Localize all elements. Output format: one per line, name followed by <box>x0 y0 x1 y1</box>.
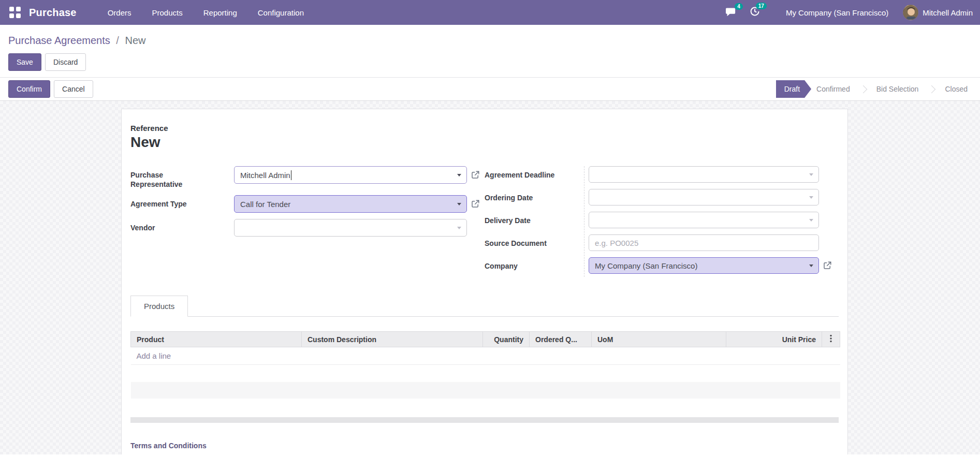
menu-configuration[interactable]: Configuration <box>247 0 314 25</box>
apps-menu-icon[interactable] <box>9 7 21 18</box>
app-name[interactable]: Purchase <box>29 7 77 19</box>
dropdown-caret-icon[interactable] <box>809 264 813 267</box>
top-navbar: Purchase Orders Products Reporting Confi… <box>0 0 980 25</box>
kebab-dots-icon <box>830 334 832 343</box>
breadcrumb-current: New <box>125 35 145 46</box>
agreement-deadline-input[interactable] <box>589 166 819 183</box>
menu-orders[interactable]: Orders <box>97 0 142 25</box>
optional-columns-button[interactable] <box>822 332 840 347</box>
left-field-group: Purchase Representative Mitchell Admin <box>130 166 485 280</box>
col-uom[interactable]: UoM <box>592 332 726 347</box>
dropdown-caret-icon[interactable] <box>457 227 461 229</box>
cancel-button[interactable]: Cancel <box>54 80 93 98</box>
col-custom-description[interactable]: Custom Description <box>302 332 483 347</box>
activities-count-badge: 17 <box>756 3 767 9</box>
dropdown-caret-icon[interactable] <box>809 173 813 176</box>
breadcrumb: Purchase Agreements / New <box>0 25 980 47</box>
products-table: Product Custom Description Quantity Orde… <box>130 331 840 417</box>
empty-row <box>131 365 840 382</box>
activities-button[interactable]: 17 <box>750 6 760 19</box>
messages-icon <box>725 7 736 19</box>
dropdown-caret-icon[interactable] <box>457 174 461 176</box>
add-line-row: Add a line <box>131 347 840 365</box>
field-row-agreement-type: Agreement Type Call for Tender <box>130 195 485 213</box>
messages-count-badge: 4 <box>735 3 743 10</box>
notebook-tabs: Products <box>130 296 839 317</box>
text-cursor <box>291 170 291 180</box>
reference-value[interactable]: New <box>130 134 839 151</box>
chevron-separator-icon <box>859 85 867 93</box>
user-avatar[interactable] <box>903 5 918 20</box>
source-document-input[interactable] <box>595 239 813 247</box>
field-row-company: Company My Company (San Francisco) <box>485 257 839 274</box>
reference-label: Reference <box>130 124 839 133</box>
form-sheet: Reference New Purchase Representative Mi… <box>121 109 848 454</box>
discard-button[interactable]: Discard <box>45 53 86 71</box>
control-panel-buttons: Save Discard <box>0 47 980 77</box>
field-row-vendor: Vendor <box>130 219 485 237</box>
purchase-representative-input[interactable]: Mitchell Admin <box>234 166 467 184</box>
field-row-source-document: Source Document <box>485 234 839 251</box>
dropdown-caret-icon[interactable] <box>809 196 813 199</box>
external-link-icon[interactable] <box>471 199 480 209</box>
form-statusbar: Confirm Cancel Draft Confirmed Bid Selec… <box>0 77 980 101</box>
main-menu: Orders Products Reporting Configuration <box>97 0 314 25</box>
add-a-line-link[interactable]: Add a line <box>137 351 171 360</box>
field-row-delivery-date: Delivery Date <box>485 212 839 228</box>
state-confirmed[interactable]: Confirmed <box>816 85 850 93</box>
empty-row <box>131 399 840 417</box>
external-link-icon[interactable] <box>823 261 832 270</box>
agreement-type-input[interactable]: Call for Tender <box>234 195 467 213</box>
save-button[interactable]: Save <box>8 53 41 71</box>
ordering-date-label: Ordering Date <box>485 189 584 202</box>
terms-and-conditions-label: Terms and Conditions <box>130 442 839 450</box>
tab-products[interactable]: Products <box>130 296 188 317</box>
field-row-ordering-date: Ordering Date <box>485 189 839 205</box>
right-field-group: Agreement Deadline Ordering Date <box>485 166 839 280</box>
state-draft[interactable]: Draft <box>776 80 811 98</box>
menu-products[interactable]: Products <box>142 0 193 25</box>
terms-text-area[interactable] <box>130 450 839 455</box>
purchase-representative-label: Purchase Representative <box>130 166 234 189</box>
form-view-background: Reference New Purchase Representative Mi… <box>0 101 980 454</box>
menu-reporting[interactable]: Reporting <box>193 0 247 25</box>
products-table-header: Product Custom Description Quantity Orde… <box>131 332 840 347</box>
source-document-input-box[interactable] <box>589 234 819 251</box>
agreement-deadline-label: Agreement Deadline <box>485 166 584 180</box>
field-row-purchase-representative: Purchase Representative Mitchell Admin <box>130 166 485 189</box>
delivery-date-label: Delivery Date <box>485 212 584 225</box>
vendor-input[interactable] <box>234 219 467 237</box>
breadcrumb-parent-link[interactable]: Purchase Agreements <box>8 35 110 46</box>
source-document-label: Source Document <box>485 234 584 248</box>
field-row-agreement-deadline: Agreement Deadline <box>485 166 839 183</box>
ordering-date-input[interactable] <box>589 189 819 205</box>
chevron-separator-icon <box>928 85 936 93</box>
company-label: Company <box>485 257 584 271</box>
statusbar-states: Draft Confirmed Bid Selection Closed <box>776 80 973 98</box>
messages-button[interactable]: 4 <box>725 7 736 19</box>
col-product[interactable]: Product <box>131 332 302 347</box>
terms-section: Terms and Conditions <box>130 442 839 455</box>
vendor-label: Vendor <box>130 219 234 232</box>
navbar-right: 4 17 My Company (San Francisco) Mitchell… <box>725 5 973 20</box>
confirm-button[interactable]: Confirm <box>8 80 50 98</box>
col-ordered-quantities[interactable]: Ordered Q... <box>530 332 592 347</box>
delivery-date-input[interactable] <box>589 212 819 228</box>
agreement-type-label: Agreement Type <box>130 195 234 209</box>
external-link-icon[interactable] <box>471 170 480 180</box>
company-input[interactable]: My Company (San Francisco) <box>589 257 819 274</box>
dropdown-caret-icon[interactable] <box>809 219 813 222</box>
company-switcher[interactable]: My Company (San Francisco) <box>786 8 888 17</box>
state-bid-selection[interactable]: Bid Selection <box>876 85 919 93</box>
col-quantity[interactable]: Quantity <box>483 332 530 347</box>
user-menu[interactable]: Mitchell Admin <box>923 8 973 17</box>
table-footer-bar <box>130 417 839 423</box>
empty-row-striped <box>131 382 840 399</box>
state-closed[interactable]: Closed <box>945 85 968 93</box>
col-unit-price[interactable]: Unit Price <box>726 332 822 347</box>
breadcrumb-separator: / <box>113 35 122 46</box>
dropdown-caret-icon[interactable] <box>457 203 461 205</box>
form-field-groups: Purchase Representative Mitchell Admin <box>130 166 839 280</box>
